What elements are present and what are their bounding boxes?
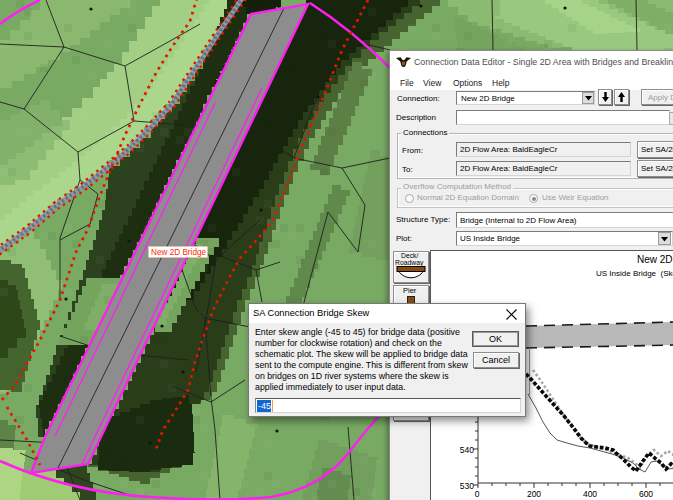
svg-text:600: 600: [639, 489, 653, 499]
svg-text:0: 0: [475, 489, 480, 499]
svg-text:530: 530: [460, 481, 474, 491]
svg-text:540: 540: [460, 445, 474, 455]
svg-text:New 2D Bridge: New 2D Bridge: [151, 248, 207, 257]
svg-text:400: 400: [583, 489, 597, 499]
svg-text:200: 200: [527, 489, 541, 499]
